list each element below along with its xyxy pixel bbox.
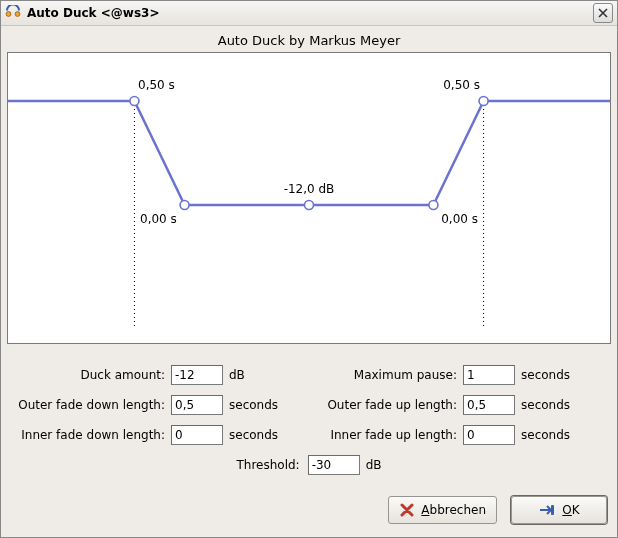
max-pause-label: Maximum pause:: [309, 368, 463, 382]
dialog-window: Auto Duck <@ws3> Auto Duck by Markus Mey…: [0, 0, 618, 538]
app-icon: [5, 5, 21, 21]
svg-point-5: [180, 201, 189, 210]
cancel-button-mnemonic: A: [421, 503, 429, 517]
titlebar: Auto Duck <@ws3>: [1, 1, 617, 26]
svg-point-1: [15, 12, 20, 17]
inner-fade-up-unit: seconds: [515, 428, 579, 442]
threshold-unit: dB: [360, 458, 382, 472]
ok-icon: [538, 503, 556, 517]
svg-point-0: [6, 12, 11, 17]
duck-amount-input[interactable]: [171, 365, 223, 385]
outer-fade-down-unit: seconds: [223, 398, 287, 412]
dialog-buttons: Abbrechen OK: [7, 496, 611, 524]
duck-amount-unit: dB: [223, 368, 287, 382]
graph-label-outer-down: 0,50 s: [138, 78, 175, 92]
svg-point-6: [304, 201, 313, 210]
svg-rect-9: [551, 505, 554, 515]
outer-fade-up-label: Outer fade up length:: [309, 398, 463, 412]
inner-fade-up-label: Inner fade up length:: [309, 428, 463, 442]
window-title: Auto Duck <@ws3>: [27, 6, 159, 20]
outer-fade-up-input[interactable]: [463, 395, 515, 415]
svg-point-4: [130, 97, 139, 106]
ok-button[interactable]: OK: [511, 496, 607, 524]
outer-fade-down-label: Outer fade down length:: [7, 398, 171, 412]
ok-button-rest: K: [572, 503, 580, 517]
max-pause-input[interactable]: [463, 365, 515, 385]
cancel-button[interactable]: Abbrechen: [388, 496, 497, 524]
outer-fade-down-input[interactable]: [171, 395, 223, 415]
svg-point-7: [429, 201, 438, 210]
dialog-body: Auto Duck by Markus Meyer 0,50 s 0,50 s …: [7, 31, 611, 531]
max-pause-unit: seconds: [515, 368, 579, 382]
graph-label-inner-down: 0,00 s: [140, 212, 177, 226]
envelope-graph-svg: [8, 53, 610, 343]
inner-fade-up-input[interactable]: [463, 425, 515, 445]
duck-amount-label: Duck amount:: [7, 368, 171, 382]
graph-label-inner-up: 0,00 s: [441, 212, 478, 226]
graph-label-outer-up: 0,50 s: [443, 78, 480, 92]
close-icon: [598, 8, 608, 18]
envelope-graph[interactable]: 0,50 s 0,50 s 0,00 s 0,00 s -12,0 dB: [7, 52, 611, 344]
cancel-icon: [399, 502, 415, 518]
window-close-button[interactable]: [593, 3, 613, 23]
inner-fade-down-label: Inner fade down length:: [7, 428, 171, 442]
cancel-button-rest: bbrechen: [430, 503, 486, 517]
graph-label-duck: -12,0 dB: [284, 182, 335, 196]
threshold-input[interactable]: [308, 455, 360, 475]
threshold-label: Threshold:: [236, 458, 307, 472]
outer-fade-up-unit: seconds: [515, 398, 579, 412]
parameters-form: Duck amount: dB Maximum pause: seconds O…: [7, 350, 611, 524]
svg-point-8: [479, 97, 488, 106]
ok-button-mnemonic: O: [562, 503, 571, 517]
inner-fade-down-input[interactable]: [171, 425, 223, 445]
inner-fade-down-unit: seconds: [223, 428, 287, 442]
dialog-heading: Auto Duck by Markus Meyer: [7, 31, 611, 52]
